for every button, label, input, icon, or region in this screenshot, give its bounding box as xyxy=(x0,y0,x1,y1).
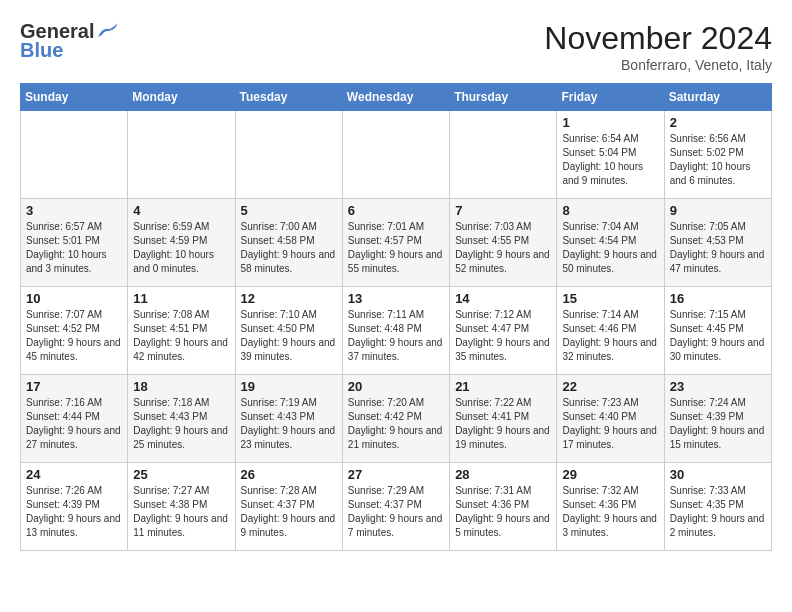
calendar-cell: 24Sunrise: 7:26 AM Sunset: 4:39 PM Dayli… xyxy=(21,463,128,551)
calendar-table: SundayMondayTuesdayWednesdayThursdayFrid… xyxy=(20,83,772,551)
day-info: Sunrise: 7:01 AM Sunset: 4:57 PM Dayligh… xyxy=(348,220,444,276)
day-info: Sunrise: 7:27 AM Sunset: 4:38 PM Dayligh… xyxy=(133,484,229,540)
calendar-cell: 1Sunrise: 6:54 AM Sunset: 5:04 PM Daylig… xyxy=(557,111,664,199)
day-info: Sunrise: 7:12 AM Sunset: 4:47 PM Dayligh… xyxy=(455,308,551,364)
logo: General Blue xyxy=(20,20,118,62)
calendar-cell: 22Sunrise: 7:23 AM Sunset: 4:40 PM Dayli… xyxy=(557,375,664,463)
day-number: 10 xyxy=(26,291,122,306)
day-info: Sunrise: 7:04 AM Sunset: 4:54 PM Dayligh… xyxy=(562,220,658,276)
calendar-cell: 2Sunrise: 6:56 AM Sunset: 5:02 PM Daylig… xyxy=(664,111,771,199)
calendar-week-row: 3Sunrise: 6:57 AM Sunset: 5:01 PM Daylig… xyxy=(21,199,772,287)
day-info: Sunrise: 7:26 AM Sunset: 4:39 PM Dayligh… xyxy=(26,484,122,540)
day-number: 15 xyxy=(562,291,658,306)
day-number: 5 xyxy=(241,203,337,218)
day-number: 3 xyxy=(26,203,122,218)
header-tuesday: Tuesday xyxy=(235,84,342,111)
calendar-cell: 23Sunrise: 7:24 AM Sunset: 4:39 PM Dayli… xyxy=(664,375,771,463)
calendar-cell: 29Sunrise: 7:32 AM Sunset: 4:36 PM Dayli… xyxy=(557,463,664,551)
calendar-cell: 12Sunrise: 7:10 AM Sunset: 4:50 PM Dayli… xyxy=(235,287,342,375)
day-number: 23 xyxy=(670,379,766,394)
logo-bird-icon xyxy=(96,23,118,41)
calendar-cell: 21Sunrise: 7:22 AM Sunset: 4:41 PM Dayli… xyxy=(450,375,557,463)
calendar-cell: 10Sunrise: 7:07 AM Sunset: 4:52 PM Dayli… xyxy=(21,287,128,375)
day-info: Sunrise: 7:03 AM Sunset: 4:55 PM Dayligh… xyxy=(455,220,551,276)
calendar-cell: 27Sunrise: 7:29 AM Sunset: 4:37 PM Dayli… xyxy=(342,463,449,551)
calendar-cell xyxy=(342,111,449,199)
day-number: 4 xyxy=(133,203,229,218)
day-info: Sunrise: 7:11 AM Sunset: 4:48 PM Dayligh… xyxy=(348,308,444,364)
day-number: 7 xyxy=(455,203,551,218)
header-sunday: Sunday xyxy=(21,84,128,111)
day-number: 27 xyxy=(348,467,444,482)
day-info: Sunrise: 7:14 AM Sunset: 4:46 PM Dayligh… xyxy=(562,308,658,364)
day-info: Sunrise: 7:16 AM Sunset: 4:44 PM Dayligh… xyxy=(26,396,122,452)
calendar-cell: 4Sunrise: 6:59 AM Sunset: 4:59 PM Daylig… xyxy=(128,199,235,287)
day-info: Sunrise: 7:19 AM Sunset: 4:43 PM Dayligh… xyxy=(241,396,337,452)
header-friday: Friday xyxy=(557,84,664,111)
calendar-cell: 28Sunrise: 7:31 AM Sunset: 4:36 PM Dayli… xyxy=(450,463,557,551)
day-number: 13 xyxy=(348,291,444,306)
calendar-header-row: SundayMondayTuesdayWednesdayThursdayFrid… xyxy=(21,84,772,111)
day-number: 21 xyxy=(455,379,551,394)
day-info: Sunrise: 7:23 AM Sunset: 4:40 PM Dayligh… xyxy=(562,396,658,452)
day-number: 2 xyxy=(670,115,766,130)
day-number: 24 xyxy=(26,467,122,482)
header-wednesday: Wednesday xyxy=(342,84,449,111)
day-number: 30 xyxy=(670,467,766,482)
calendar-cell: 9Sunrise: 7:05 AM Sunset: 4:53 PM Daylig… xyxy=(664,199,771,287)
day-number: 12 xyxy=(241,291,337,306)
day-info: Sunrise: 7:32 AM Sunset: 4:36 PM Dayligh… xyxy=(562,484,658,540)
calendar-cell: 25Sunrise: 7:27 AM Sunset: 4:38 PM Dayli… xyxy=(128,463,235,551)
calendar-cell: 5Sunrise: 7:00 AM Sunset: 4:58 PM Daylig… xyxy=(235,199,342,287)
day-info: Sunrise: 7:29 AM Sunset: 4:37 PM Dayligh… xyxy=(348,484,444,540)
day-number: 22 xyxy=(562,379,658,394)
day-info: Sunrise: 6:56 AM Sunset: 5:02 PM Dayligh… xyxy=(670,132,766,188)
day-number: 6 xyxy=(348,203,444,218)
day-number: 25 xyxy=(133,467,229,482)
month-year: November 2024 xyxy=(544,20,772,57)
calendar-week-row: 24Sunrise: 7:26 AM Sunset: 4:39 PM Dayli… xyxy=(21,463,772,551)
logo-blue: Blue xyxy=(20,39,118,62)
calendar-cell: 16Sunrise: 7:15 AM Sunset: 4:45 PM Dayli… xyxy=(664,287,771,375)
day-number: 18 xyxy=(133,379,229,394)
calendar-cell: 8Sunrise: 7:04 AM Sunset: 4:54 PM Daylig… xyxy=(557,199,664,287)
day-info: Sunrise: 7:20 AM Sunset: 4:42 PM Dayligh… xyxy=(348,396,444,452)
calendar-week-row: 10Sunrise: 7:07 AM Sunset: 4:52 PM Dayli… xyxy=(21,287,772,375)
header-thursday: Thursday xyxy=(450,84,557,111)
day-number: 14 xyxy=(455,291,551,306)
day-number: 9 xyxy=(670,203,766,218)
calendar-cell: 7Sunrise: 7:03 AM Sunset: 4:55 PM Daylig… xyxy=(450,199,557,287)
day-number: 11 xyxy=(133,291,229,306)
day-info: Sunrise: 7:22 AM Sunset: 4:41 PM Dayligh… xyxy=(455,396,551,452)
day-info: Sunrise: 7:00 AM Sunset: 4:58 PM Dayligh… xyxy=(241,220,337,276)
day-info: Sunrise: 7:08 AM Sunset: 4:51 PM Dayligh… xyxy=(133,308,229,364)
calendar-cell: 17Sunrise: 7:16 AM Sunset: 4:44 PM Dayli… xyxy=(21,375,128,463)
calendar-week-row: 1Sunrise: 6:54 AM Sunset: 5:04 PM Daylig… xyxy=(21,111,772,199)
day-info: Sunrise: 7:24 AM Sunset: 4:39 PM Dayligh… xyxy=(670,396,766,452)
header-saturday: Saturday xyxy=(664,84,771,111)
calendar-cell: 13Sunrise: 7:11 AM Sunset: 4:48 PM Dayli… xyxy=(342,287,449,375)
page-header: General Blue November 2024 Bonferraro, V… xyxy=(20,20,772,73)
day-number: 26 xyxy=(241,467,337,482)
day-number: 20 xyxy=(348,379,444,394)
calendar-cell: 30Sunrise: 7:33 AM Sunset: 4:35 PM Dayli… xyxy=(664,463,771,551)
day-info: Sunrise: 7:07 AM Sunset: 4:52 PM Dayligh… xyxy=(26,308,122,364)
day-number: 1 xyxy=(562,115,658,130)
day-number: 17 xyxy=(26,379,122,394)
day-number: 29 xyxy=(562,467,658,482)
calendar-cell: 6Sunrise: 7:01 AM Sunset: 4:57 PM Daylig… xyxy=(342,199,449,287)
calendar-cell: 20Sunrise: 7:20 AM Sunset: 4:42 PM Dayli… xyxy=(342,375,449,463)
day-info: Sunrise: 7:15 AM Sunset: 4:45 PM Dayligh… xyxy=(670,308,766,364)
day-number: 19 xyxy=(241,379,337,394)
calendar-cell xyxy=(235,111,342,199)
location: Bonferraro, Veneto, Italy xyxy=(544,57,772,73)
calendar-cell xyxy=(450,111,557,199)
calendar-cell: 3Sunrise: 6:57 AM Sunset: 5:01 PM Daylig… xyxy=(21,199,128,287)
calendar-cell: 14Sunrise: 7:12 AM Sunset: 4:47 PM Dayli… xyxy=(450,287,557,375)
calendar-cell: 18Sunrise: 7:18 AM Sunset: 4:43 PM Dayli… xyxy=(128,375,235,463)
day-info: Sunrise: 7:33 AM Sunset: 4:35 PM Dayligh… xyxy=(670,484,766,540)
day-info: Sunrise: 7:31 AM Sunset: 4:36 PM Dayligh… xyxy=(455,484,551,540)
calendar-cell: 26Sunrise: 7:28 AM Sunset: 4:37 PM Dayli… xyxy=(235,463,342,551)
day-info: Sunrise: 6:54 AM Sunset: 5:04 PM Dayligh… xyxy=(562,132,658,188)
calendar-cell xyxy=(21,111,128,199)
